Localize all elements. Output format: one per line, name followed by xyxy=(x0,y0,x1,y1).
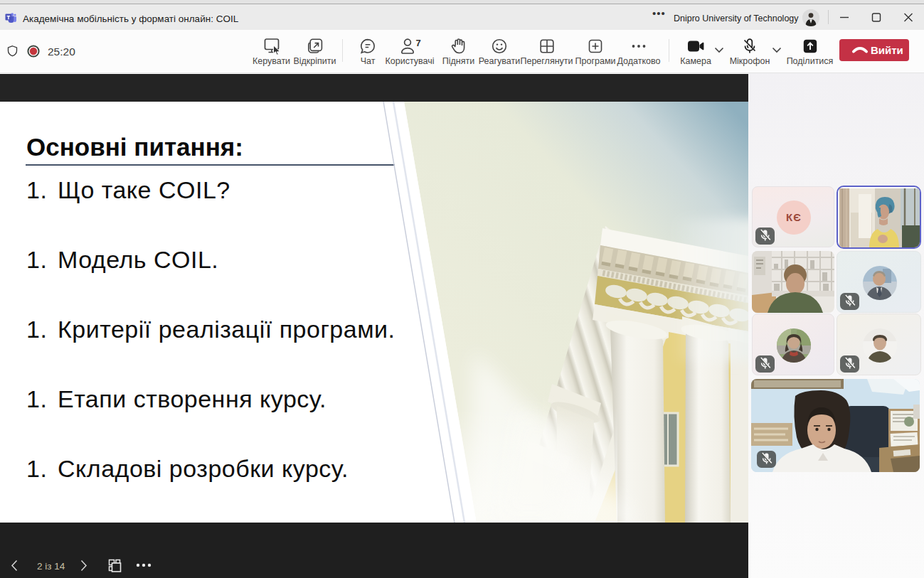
svg-text:7: 7 xyxy=(416,38,421,48)
